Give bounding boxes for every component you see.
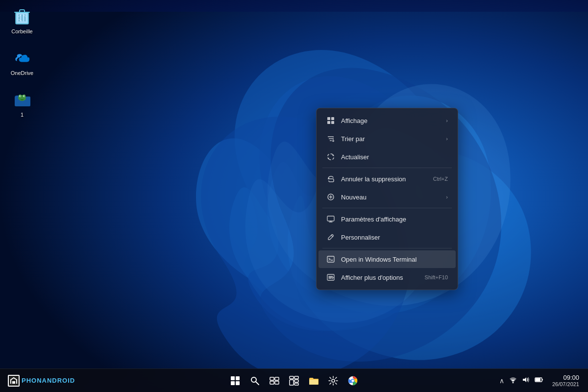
svg-rect-23 (236, 381, 240, 385)
trier-par-icon (326, 134, 335, 143)
start-button[interactable] (226, 372, 244, 390)
trier-par-label: Trier par (341, 135, 440, 143)
settings-button[interactable] (324, 372, 342, 390)
onedrive-icon[interactable]: OneDrive (5, 47, 39, 78)
taskbar-center (226, 372, 362, 390)
onedrive-label: OneDrive (11, 70, 33, 76)
menu-item-actualiser[interactable]: Actualiser (318, 148, 456, 166)
affichage-label: Affichage (341, 117, 440, 124)
svg-rect-19 (12, 381, 15, 384)
parametres-affichage-label: Paramètres d'affichage (341, 216, 448, 223)
recycle-bin-icon[interactable]: Corbeille (5, 5, 39, 37)
svg-rect-31 (290, 380, 294, 385)
svg-point-9 (24, 96, 24, 97)
wifi-icon[interactable] (508, 375, 518, 386)
menu-item-nouveau[interactable]: Nouveau › (318, 188, 456, 206)
system-tray: ∧ (498, 375, 545, 386)
taskbar-right: ∧ (498, 373, 582, 388)
svg-rect-27 (270, 381, 274, 384)
battery-icon[interactable] (533, 375, 545, 386)
actualiser-label: Actualiser (341, 153, 448, 161)
svg-point-8 (20, 96, 21, 97)
terminal-icon (326, 255, 335, 264)
menu-item-afficher-plus-options[interactable]: Afficher plus d'options Shift+F10 (318, 269, 456, 286)
task-view-button[interactable] (266, 372, 283, 390)
svg-rect-13 (331, 121, 334, 124)
affichage-arrow: › (446, 118, 448, 123)
personnaliser-label: Personnaliser (341, 234, 448, 241)
svg-rect-20 (231, 376, 235, 380)
afficher-plus-options-icon (326, 273, 335, 282)
logo-android: ANDROID (42, 377, 75, 384)
item-1-image (12, 90, 32, 110)
item-1-icon[interactable]: 1 (5, 88, 39, 120)
file-explorer-button[interactable] (305, 372, 322, 390)
svg-rect-26 (275, 377, 279, 380)
afficher-plus-options-shortcut: Shift+F10 (425, 274, 448, 280)
volume-icon[interactable] (520, 375, 531, 386)
phonandroid-logo[interactable]: PHONANDROID (4, 373, 79, 389)
menu-item-personnaliser[interactable]: Personnaliser (318, 228, 456, 246)
svg-rect-12 (327, 121, 330, 124)
svg-rect-16 (327, 256, 334, 262)
svg-rect-32 (294, 380, 298, 382)
clock[interactable]: 09:00 26/07/2021 (548, 373, 582, 388)
annuler-suppression-icon (326, 174, 335, 183)
logo-icon (8, 375, 20, 387)
desktop: Corbeille OneDrive (0, 0, 588, 392)
svg-point-39 (513, 382, 514, 384)
divider-1 (322, 168, 452, 168)
annuler-suppression-label: Annuler la suppression (341, 175, 427, 183)
svg-rect-33 (294, 383, 298, 385)
search-button[interactable] (246, 372, 264, 390)
widgets-button[interactable] (285, 372, 303, 390)
clock-date: 26/07/2021 (552, 381, 579, 387)
menu-item-open-windows-terminal[interactable]: Open in Windows Terminal (318, 250, 456, 268)
actualiser-icon (326, 152, 335, 161)
svg-rect-29 (290, 376, 294, 379)
svg-rect-30 (294, 376, 298, 379)
svg-rect-28 (275, 381, 279, 384)
svg-rect-41 (536, 378, 540, 381)
clock-time: 09:00 (563, 374, 579, 381)
logo-text: PHONANDROID (22, 377, 75, 384)
taskbar-left: PHONANDROID (4, 373, 79, 389)
logo-phon: PHON (22, 377, 42, 384)
chevron-up-icon[interactable]: ∧ (498, 376, 506, 386)
svg-rect-10 (327, 117, 330, 120)
afficher-plus-options-label: Afficher plus d'options (341, 274, 419, 281)
wallpaper (0, 0, 588, 392)
menu-item-affichage[interactable]: Affichage › (318, 112, 456, 129)
item-1-label: 1 (21, 112, 24, 118)
svg-rect-21 (236, 376, 240, 380)
chrome-button[interactable] (344, 372, 362, 390)
svg-rect-11 (331, 117, 334, 120)
recycle-bin-label: Corbeille (11, 28, 32, 35)
svg-point-34 (332, 379, 335, 382)
taskbar: PHONANDROID (0, 368, 588, 392)
menu-item-trier-par[interactable]: Trier par › (318, 130, 456, 147)
nouveau-icon (326, 193, 335, 201)
parametres-affichage-icon (326, 215, 335, 223)
affichage-icon (326, 116, 335, 125)
onedrive-image (12, 49, 32, 68)
svg-point-38 (352, 379, 354, 382)
annuler-suppression-shortcut: Ctrl+Z (433, 176, 448, 182)
personnaliser-icon (326, 233, 335, 242)
nouveau-arrow: › (446, 194, 448, 200)
svg-rect-22 (231, 381, 235, 385)
open-windows-terminal-label: Open in Windows Terminal (341, 256, 448, 263)
svg-rect-15 (327, 216, 334, 221)
desktop-icons: Corbeille OneDrive (5, 5, 39, 121)
context-menu: Affichage › Trier par › (316, 108, 458, 290)
menu-item-parametres-affichage[interactable]: Paramètres d'affichage (318, 210, 456, 228)
svg-rect-25 (270, 377, 274, 380)
menu-item-annuler-suppression[interactable]: Annuler la suppression Ctrl+Z (318, 170, 456, 188)
nouveau-label: Nouveau (341, 194, 440, 201)
recycle-bin-image (12, 7, 32, 26)
divider-3 (322, 248, 452, 248)
divider-2 (322, 208, 452, 208)
trier-par-arrow: › (446, 136, 448, 142)
